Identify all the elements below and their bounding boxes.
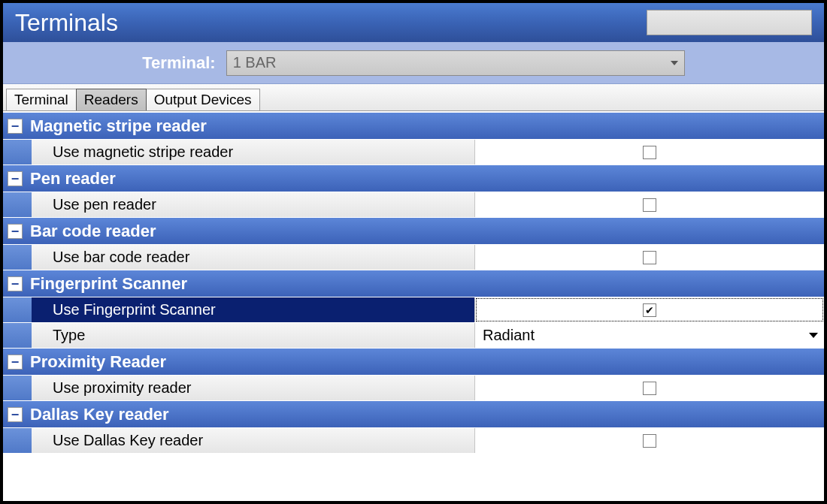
row-value: ✔ bbox=[475, 297, 824, 322]
row-value bbox=[475, 376, 824, 400]
section-title: Bar code reader bbox=[30, 222, 156, 241]
section-header-pen: − Pen reader bbox=[3, 165, 824, 192]
titlebar-title: Terminals bbox=[15, 9, 647, 37]
section-header-proximity: − Proximity Reader bbox=[3, 349, 824, 376]
row-label: Use Dallas Key reader bbox=[32, 428, 475, 453]
row-label: Use Fingerprint Scanner bbox=[32, 297, 475, 322]
terminal-label: Terminal: bbox=[142, 53, 215, 73]
row-value bbox=[475, 140, 824, 164]
section-title: Dallas Key reader bbox=[30, 405, 169, 424]
row-use-fingerprint: Use Fingerprint Scanner ✔ bbox=[3, 297, 824, 323]
row-label: Type bbox=[32, 323, 475, 348]
row-use-pen: Use pen reader bbox=[3, 192, 824, 218]
tab-strip: Terminal Readers Output Devices bbox=[3, 84, 824, 111]
readers-grid: − Magnetic stripe reader Use magnetic st… bbox=[3, 111, 824, 501]
row-gutter bbox=[3, 192, 32, 217]
row-use-proximity: Use proximity reader bbox=[3, 376, 824, 401]
row-gutter bbox=[3, 245, 32, 270]
section-title: Magnetic stripe reader bbox=[30, 116, 207, 136]
chevron-down-icon bbox=[671, 61, 678, 65]
row-gutter bbox=[3, 297, 32, 322]
row-gutter bbox=[3, 428, 32, 453]
checkbox-use-barcode[interactable] bbox=[643, 251, 656, 264]
collapse-icon[interactable]: − bbox=[8, 224, 23, 239]
checkbox-use-proximity[interactable] bbox=[643, 382, 656, 395]
row-label: Use pen reader bbox=[32, 192, 475, 217]
checkbox-use-magnetic[interactable] bbox=[643, 146, 656, 159]
row-use-dallas: Use Dallas Key reader bbox=[3, 428, 824, 454]
tab-terminal[interactable]: Terminal bbox=[6, 89, 77, 110]
section-title: Proximity Reader bbox=[30, 352, 166, 372]
chevron-down-icon bbox=[809, 333, 818, 338]
collapse-icon[interactable]: − bbox=[8, 119, 23, 134]
row-gutter bbox=[3, 323, 32, 348]
row-value bbox=[475, 192, 824, 217]
window-terminals: Terminals Terminal: 1 BAR Terminal Reade… bbox=[2, 2, 825, 502]
section-title: Pen reader bbox=[30, 169, 116, 189]
row-label: Use bar code reader bbox=[32, 245, 475, 270]
collapse-icon[interactable]: − bbox=[8, 171, 23, 186]
checkbox-use-pen[interactable] bbox=[643, 198, 656, 212]
titlebar-search-field[interactable] bbox=[647, 10, 812, 35]
section-header-magnetic: − Magnetic stripe reader bbox=[3, 113, 824, 140]
row-label: Use magnetic stripe reader bbox=[32, 140, 475, 164]
row-use-magnetic: Use magnetic stripe reader bbox=[3, 140, 824, 165]
row-fingerprint-type: Type Radiant bbox=[3, 323, 824, 349]
terminal-select-value: 1 BAR bbox=[233, 54, 277, 71]
row-gutter bbox=[3, 140, 32, 164]
section-header-barcode: − Bar code reader bbox=[3, 218, 824, 245]
collapse-icon[interactable]: − bbox=[8, 276, 23, 291]
section-title: Fingerprint Scanner bbox=[30, 274, 187, 294]
terminal-toolbar: Terminal: 1 BAR bbox=[3, 42, 824, 84]
terminal-select[interactable]: 1 BAR bbox=[226, 50, 685, 76]
row-value bbox=[475, 428, 824, 453]
tab-output-devices[interactable]: Output Devices bbox=[146, 89, 260, 110]
row-use-barcode: Use bar code reader bbox=[3, 245, 824, 270]
section-header-fingerprint: − Fingerprint Scanner bbox=[3, 270, 824, 297]
row-gutter bbox=[3, 376, 32, 400]
checkbox-use-fingerprint[interactable]: ✔ bbox=[643, 303, 656, 317]
collapse-icon[interactable]: − bbox=[8, 355, 23, 370]
dropdown-value: Radiant bbox=[483, 327, 535, 344]
collapse-icon[interactable]: − bbox=[8, 407, 23, 422]
checkbox-use-dallas[interactable] bbox=[643, 434, 656, 448]
fingerprint-type-select[interactable]: Radiant bbox=[475, 323, 824, 348]
tab-readers[interactable]: Readers bbox=[76, 89, 147, 110]
row-label: Use proximity reader bbox=[32, 376, 475, 400]
section-header-dallas: − Dallas Key reader bbox=[3, 401, 824, 428]
titlebar: Terminals bbox=[3, 3, 824, 42]
row-value bbox=[475, 245, 824, 270]
